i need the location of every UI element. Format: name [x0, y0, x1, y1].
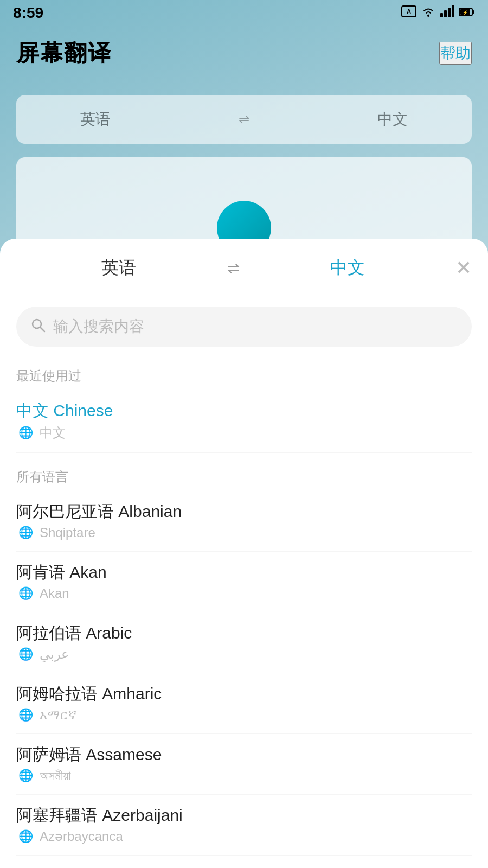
svg-point-2 [427, 15, 429, 17]
svg-rect-6 [452, 5, 454, 17]
all-languages-section-header: 所有语言 [0, 453, 488, 491]
lang-name-arabic: 阿拉伯语 Arabic [16, 622, 472, 644]
lang-name-albanian: 阿尔巴尼亚语 Albanian [16, 501, 472, 523]
sheet-swap-icon[interactable]: ⇌ [227, 259, 240, 277]
lang-native-arabic: 🌐 عربي [16, 644, 472, 668]
lang-divider [16, 855, 472, 856]
app-header: 屏幕翻译 帮助 [0, 33, 488, 74]
list-item[interactable]: 阿塞拜疆语 Azerbaijani 🌐 Azərbaycanca [0, 795, 488, 855]
lang-bar-background: 英语 ⇌ 中文 [16, 95, 472, 144]
keyboard-icon: A [401, 5, 416, 21]
lang-native-akan: 🌐 Akan [16, 584, 472, 608]
list-item[interactable]: 阿萨姆语 Assamese 🌐 অসমীয়া [0, 734, 488, 794]
bottom-sheet: 英语 ⇌ 中文 ✕ 输入搜索内容 最近使用过 中文 Chinese 🌐 中文 [0, 239, 488, 868]
globe-icon: 🌐 [18, 586, 33, 601]
list-item[interactable]: 阿姆哈拉语 Amharic 🌐 አማርኛ [0, 673, 488, 733]
status-time: 8:59 [13, 4, 43, 22]
lang-native-assamese: 🌐 অসমীয়া [16, 766, 472, 790]
lang-native-azerbaijani: 🌐 Azərbaycanca [16, 827, 472, 851]
sheet-header: 英语 ⇌ 中文 ✕ [0, 239, 488, 291]
target-lang-bg: 中文 [377, 109, 408, 130]
globe-icon: 🌐 [18, 708, 33, 722]
swap-icon-bg: ⇌ [239, 112, 249, 127]
recent-lang-name: 中文 Chinese [16, 400, 472, 422]
wifi-icon [421, 5, 436, 21]
list-item[interactable]: 中文 Chinese 🌐 中文 [0, 390, 488, 452]
svg-rect-9 [473, 10, 474, 14]
globe-icon: 🌐 [18, 829, 33, 844]
svg-text:A: A [407, 8, 412, 16]
globe-icon: 🌐 [18, 769, 33, 783]
svg-rect-5 [448, 8, 451, 17]
help-button[interactable]: 帮助 [439, 42, 472, 65]
source-lang-bg: 英语 [80, 109, 111, 130]
search-placeholder: 输入搜索内容 [53, 316, 144, 337]
list-item[interactable]: 阿尔巴尼亚语 Albanian 🌐 Shqiptare [0, 491, 488, 551]
signal-icon [440, 5, 454, 21]
recent-section-header: 最近使用过 [0, 352, 488, 390]
globe-icon: 🌐 [18, 647, 33, 661]
recent-lang-native: 🌐 中文 [16, 422, 472, 448]
sheet-source-lang[interactable]: 英语 [16, 256, 222, 280]
list-item[interactable]: 阿拉伯语 Arabic 🌐 عربي [0, 612, 488, 673]
status-bar: 8:59 A [0, 0, 488, 26]
globe-icon: 🌐 [18, 426, 33, 440]
svg-text:⚡: ⚡ [463, 10, 468, 15]
language-list: 最近使用过 中文 Chinese 🌐 中文 所有语言 阿尔巴尼亚语 Albani… [0, 352, 488, 868]
globe-icon: 🌐 [18, 526, 33, 540]
lang-name-azerbaijani: 阿塞拜疆语 Azerbaijani [16, 805, 472, 827]
search-bar[interactable]: 输入搜索内容 [16, 307, 472, 347]
lang-native-albanian: 🌐 Shqiptare [16, 523, 472, 547]
lang-name-akan: 阿肯语 Akan [16, 561, 472, 584]
lang-name-amharic: 阿姆哈拉语 Amharic [16, 683, 472, 705]
list-item[interactable]: 阿肯语 Akan 🌐 Akan [0, 552, 488, 612]
lang-native-amharic: 🌐 አማርኛ [16, 705, 472, 729]
status-icons: A ⚡ [401, 5, 475, 21]
lang-name-assamese: 阿萨姆语 Assamese [16, 744, 472, 766]
svg-rect-4 [444, 10, 447, 17]
battery-icon: ⚡ [459, 6, 475, 20]
sheet-close-button[interactable]: ✕ [455, 257, 472, 279]
app-title: 屏幕翻译 [16, 38, 112, 68]
svg-rect-3 [440, 13, 443, 17]
sheet-target-lang[interactable]: 中文 [245, 256, 451, 280]
svg-line-12 [40, 327, 44, 331]
search-icon [30, 317, 46, 336]
